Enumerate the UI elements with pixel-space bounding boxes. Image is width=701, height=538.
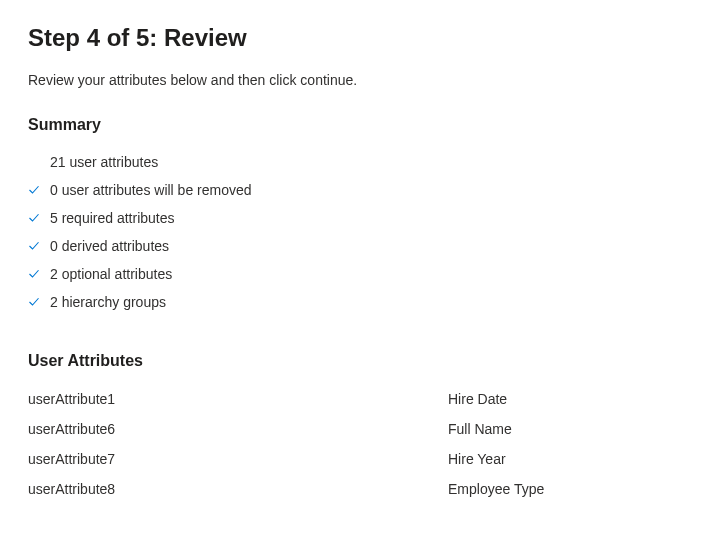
check-icon [28, 268, 50, 280]
attribute-key: userAttribute7 [28, 444, 448, 474]
summary-item: 5 required attributes [28, 204, 673, 232]
summary-item-text: 2 hierarchy groups [50, 294, 166, 310]
summary-heading: Summary [28, 116, 673, 134]
summary-item-text: 21 user attributes [50, 154, 158, 170]
summary-item-text: 0 user attributes will be removed [50, 182, 252, 198]
check-icon [28, 212, 50, 224]
attribute-value-column: Hire Date Full Name Hire Year Employee T… [448, 384, 673, 504]
user-attributes-table: userAttribute1 userAttribute6 userAttrib… [28, 384, 673, 504]
attribute-key: userAttribute6 [28, 414, 448, 444]
summary-item: 0 user attributes will be removed [28, 176, 673, 204]
attribute-key: userAttribute1 [28, 384, 448, 414]
check-icon [28, 240, 50, 252]
attribute-value: Full Name [448, 414, 673, 444]
user-attributes-heading: User Attributes [28, 352, 673, 370]
summary-item: 2 optional attributes [28, 260, 673, 288]
attribute-key: userAttribute8 [28, 474, 448, 504]
summary-item: 21 user attributes [28, 148, 673, 176]
page-title: Step 4 of 5: Review [28, 24, 673, 52]
attribute-value: Employee Type [448, 474, 673, 504]
check-icon [28, 296, 50, 308]
summary-item-text: 0 derived attributes [50, 238, 169, 254]
summary-list: 21 user attributes 0 user attributes wil… [28, 148, 673, 316]
summary-item-text: 5 required attributes [50, 210, 175, 226]
check-icon [28, 184, 50, 196]
instruction-text: Review your attributes below and then cl… [28, 72, 673, 88]
attribute-key-column: userAttribute1 userAttribute6 userAttrib… [28, 384, 448, 504]
summary-item: 0 derived attributes [28, 232, 673, 260]
summary-item: 2 hierarchy groups [28, 288, 673, 316]
attribute-value: Hire Year [448, 444, 673, 474]
attribute-value: Hire Date [448, 384, 673, 414]
summary-item-text: 2 optional attributes [50, 266, 172, 282]
